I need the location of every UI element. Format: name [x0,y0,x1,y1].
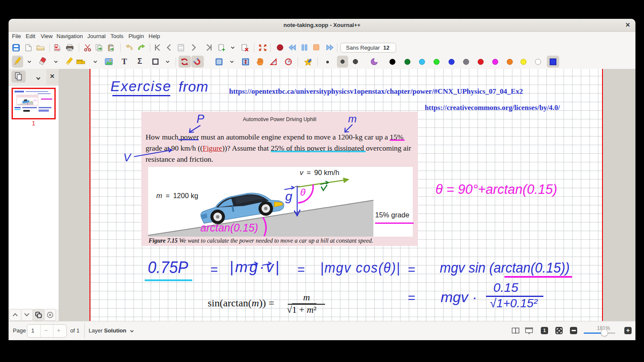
svg-text:15%: 15% [33,99,37,101]
svg-text:PDF: PDF [55,48,60,51]
